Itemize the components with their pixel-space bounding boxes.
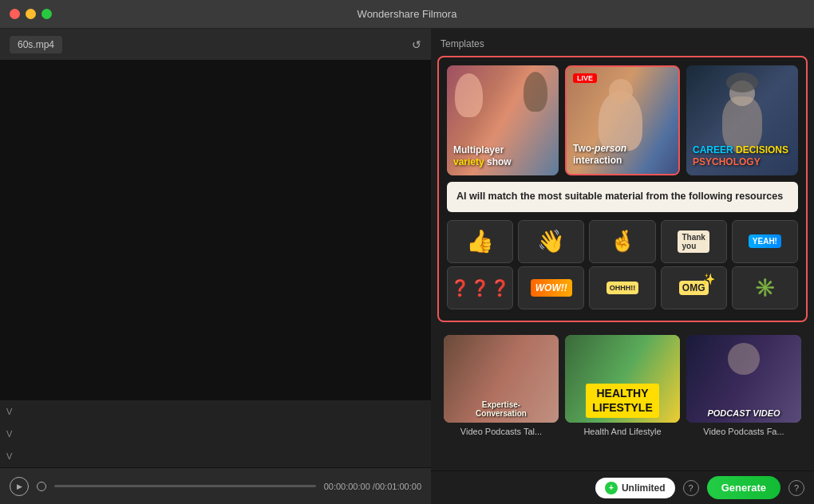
video-filename: 60s.mp4 <box>10 36 62 53</box>
right-panel: Templates Multiplayervariety show <box>431 29 814 504</box>
emoji-thankyou[interactable]: Thankyou <box>661 220 727 263</box>
bottom-thumbnails: Expertise-Conversation Video Podcasts Ta… <box>437 332 808 443</box>
window-controls <box>10 9 52 19</box>
thumb-title-lifestyle: Health And Lifestyle <box>565 427 680 436</box>
unlimited-label: Unlimited <box>622 482 666 494</box>
time-total: /00:01:00:00 <box>373 482 421 491</box>
emoji-ohhh[interactable]: OHHH!! <box>589 266 655 309</box>
unlimited-icon: + <box>605 482 618 494</box>
video-label-row2: V <box>0 423 431 445</box>
video-controls: ▶ 00:00:00:00 /00:01:00:00 <box>0 467 431 504</box>
info-button[interactable]: ? <box>788 480 804 496</box>
thumb-card-lifestyle[interactable]: HEALTHYLIFESTYLE Health And Lifestyle <box>565 335 680 436</box>
main-layout: 60s.mp4 ↺ V V V ▶ 00:00:00:00 /00:01:00:… <box>0 29 814 504</box>
ai-info-box: AI will match the most suitable material… <box>447 182 798 212</box>
close-button[interactable] <box>10 9 20 19</box>
title-bar: Wondershare Filmora <box>0 0 814 29</box>
bottom-bar: + Unlimited ? Generate ? <box>431 471 814 504</box>
maximize-button[interactable] <box>41 9 52 19</box>
time-display: 00:00:00:00 /00:01:00:00 <box>324 482 421 491</box>
emoji-yeah[interactable]: YEAH! <box>732 220 798 263</box>
progress-dot <box>37 482 46 491</box>
template-card-two-person[interactable]: LIVE Two-personinteraction <box>565 65 680 175</box>
card-label-two-person: Two-personinteraction <box>573 143 672 167</box>
card-label-multiplayer: Multiplayervariety show <box>453 144 552 169</box>
thumb-img-podcast2: PODCAST VIDEO <box>686 335 801 423</box>
reload-button[interactable]: ↺ <box>412 38 421 51</box>
help-icon-label: ? <box>689 483 693 493</box>
thumb-img-podcast1: Expertise-Conversation <box>444 335 559 423</box>
emoji-omg[interactable]: OMG ✨ <box>661 266 727 309</box>
emoji-wow[interactable]: WOW!! <box>518 266 584 309</box>
emoji-sparkle[interactable]: ✳️ <box>732 266 798 309</box>
emoji-peace[interactable]: 🤞 <box>589 220 655 263</box>
video-canvas <box>0 61 431 400</box>
thumb-img-lifestyle: HEALTHYLIFESTYLE <box>565 335 680 423</box>
video-label-row: V <box>0 400 431 423</box>
thumb-title-podcast1: Video Podcasts Tal... <box>444 427 559 436</box>
emoji-grid-row2: ❓❓❓ WOW!! OHHH!! OMG ✨ ✳️ <box>447 266 798 309</box>
emoji-wave[interactable]: 👋 <box>518 220 584 263</box>
play-button[interactable]: ▶ <box>10 477 29 496</box>
generate-button[interactable]: Generate <box>707 476 780 499</box>
minimize-button[interactable] <box>26 9 36 19</box>
emoji-grid-row1: 👍 👋 🤞 Thankyou YEAH! <box>447 220 798 263</box>
emoji-question[interactable]: ❓❓❓ <box>447 266 513 309</box>
thumb-card-podcast2[interactable]: PODCAST VIDEO Video Podcasts Fa... <box>686 335 801 436</box>
template-card-multiplayer[interactable]: Multiplayervariety show <box>447 65 559 175</box>
video-header: 60s.mp4 ↺ <box>0 29 431 61</box>
play-icon: ▶ <box>17 482 22 490</box>
template-cards-row: Multiplayervariety show LIVE Two-personi… <box>447 65 798 175</box>
video-track-label3: V <box>6 451 12 461</box>
video-track-label: V <box>6 407 12 416</box>
left-panel: 60s.mp4 ↺ V V V ▶ 00:00:00:00 /00:01:00:… <box>0 29 431 504</box>
video-track-label2: V <box>6 429 12 439</box>
thumb-card-podcast1[interactable]: Expertise-Conversation Video Podcasts Ta… <box>444 335 559 436</box>
help-button[interactable]: ? <box>683 480 699 496</box>
progress-bar[interactable] <box>54 485 316 487</box>
emoji-thumbsup[interactable]: 👍 <box>447 220 513 263</box>
video-label-row3: V <box>0 445 431 467</box>
unlimited-button[interactable]: + Unlimited <box>595 478 675 498</box>
info-icon-label: ? <box>794 483 799 493</box>
card-label-career: CAREER DECISIONSPSYCHOLOGY <box>693 144 792 169</box>
live-badge: LIVE <box>573 73 597 83</box>
panel-label: Templates <box>437 35 808 56</box>
window-title: Wondershare Filmora <box>358 8 457 20</box>
thumb-title-podcast2: Video Podcasts Fa... <box>686 427 801 436</box>
time-current: 00:00:00:00 <box>324 482 370 491</box>
template-card-career[interactable]: CAREER DECISIONSPSYCHOLOGY <box>686 65 798 175</box>
selected-overlay: Multiplayervariety show LIVE Two-personi… <box>437 56 808 322</box>
